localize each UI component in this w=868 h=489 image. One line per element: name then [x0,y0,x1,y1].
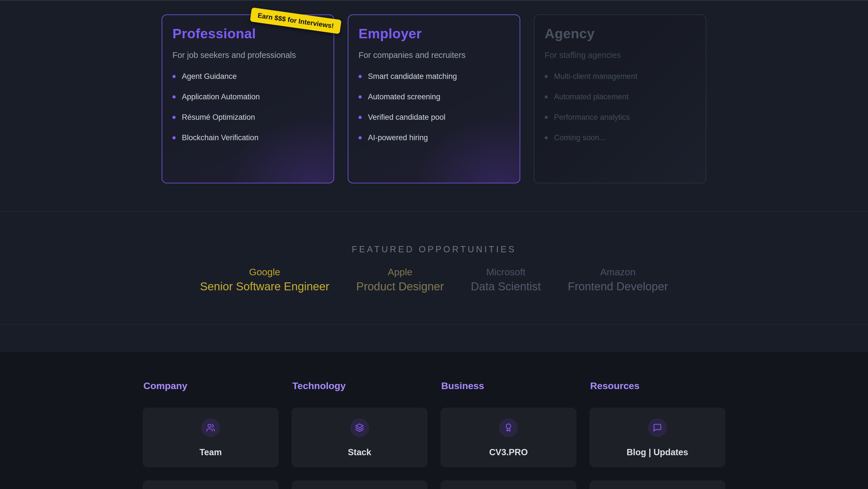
footer-card-partial[interactable] [292,481,428,489]
bullet-dot-icon [545,75,548,78]
footer-heading: Technology [292,380,428,392]
job-title: Product Designer [356,278,444,295]
plan-feature: Multi-client management [545,66,695,87]
job-company: Google [200,266,329,278]
bullet-dot-icon [359,75,362,78]
plan-feature: Résumé Optimization [173,107,323,127]
featured-job-apple[interactable]: Apple Product Designer [356,266,444,295]
footer-grid: Company Team Technology Stack [143,380,725,489]
plan-title: Agency [545,26,695,41]
message-square-icon [648,418,667,437]
job-title: Frontend Developer [568,278,668,295]
plan-feature: Performance analytics [545,107,695,127]
plan-subtitle: For staffing agencies [545,51,695,60]
featured-jobs-row: Google Senior Software Engineer Apple Pr… [0,266,868,295]
featured-job-google[interactable]: Google Senior Software Engineer [200,266,329,295]
footer-heading: Company [144,380,279,392]
plan-feature: Agent Guidance [173,66,323,87]
featured-job-amazon[interactable]: Amazon Frontend Developer [568,266,668,295]
plan-feature: AI-powered hiring [359,127,509,148]
footer-col-technology: Technology Stack [292,380,428,489]
plan-feature-list: Agent Guidance Application Automation Ré… [173,66,323,148]
bullet-dot-icon [173,95,176,98]
featured-job-microsoft[interactable]: Microsoft Data Scientist [471,266,541,295]
plans-section: Professional For job seekers and profess… [0,0,868,211]
bullet-dot-icon [545,116,548,119]
plan-feature: Smart candidate matching [359,66,509,87]
bullet-dot-icon [359,136,362,139]
award-icon [499,418,518,437]
plan-subtitle: For job seekers and professionals [173,51,323,60]
bullet-dot-icon [173,116,176,119]
footer-heading: Resources [590,380,725,392]
footer-col-company: Company Team [143,380,279,489]
footer-card-partial[interactable] [590,481,725,489]
footer-card-label: Stack [292,447,427,458]
plan-card-employer[interactable]: Employer For companies and recruiters Sm… [348,15,520,183]
footer-heading: Business [441,380,577,392]
footer-card-partial[interactable] [441,481,577,489]
footer-card-label: Team [143,447,278,458]
footer-card-cv3pro[interactable]: CV3.PRO [441,408,577,467]
featured-opportunities-section: FEATURED OPPORTUNITIES Google Senior Sof… [0,211,868,324]
bullet-dot-icon [359,116,362,119]
plan-feature-list: Smart candidate matching Automated scree… [359,66,509,148]
footer: Company Team Technology Stack [0,352,868,489]
plan-feature: Blockchain Verification [173,127,323,148]
plan-feature: Verified candidate pool [359,107,509,127]
bullet-dot-icon [173,136,176,139]
footer-col-business: Business CV3.PRO [441,380,577,489]
plan-card-agency: Agency For staffing agencies Multi-clien… [534,15,706,183]
bullet-dot-icon [545,95,548,98]
footer-card-team[interactable]: Team [143,408,279,467]
layers-icon [350,418,369,437]
plan-subtitle: For companies and recruiters [359,51,509,60]
job-company: Apple [356,266,444,278]
plan-feature-list: Multi-client management Automated placem… [545,66,695,148]
plan-feature: Coming soon... [545,127,695,148]
plan-card-professional[interactable]: Professional For job seekers and profess… [162,15,334,183]
footer-card-label: Blog | Updates [590,447,725,458]
featured-heading: FEATURED OPPORTUNITIES [0,244,868,255]
job-company: Amazon [568,266,668,278]
footer-card-partial[interactable] [143,481,279,489]
users-icon [202,418,220,437]
footer-card-stack[interactable]: Stack [292,408,428,467]
footer-col-resources: Resources Blog | Updates [590,380,725,489]
bullet-dot-icon [173,75,176,78]
plan-feature: Application Automation [173,87,323,107]
footer-card-label: CV3.PRO [441,447,576,458]
bullet-dot-icon [545,136,548,139]
job-title: Data Scientist [471,278,541,295]
bullet-dot-icon [359,95,362,98]
job-company: Microsoft [471,266,541,278]
plan-feature: Automated placement [545,87,695,107]
plan-title: Employer [359,26,509,41]
plan-feature: Automated screening [359,87,509,107]
plan-cards-row: Professional For job seekers and profess… [162,15,706,183]
job-title: Senior Software Engineer [200,278,329,295]
footer-card-blog[interactable]: Blog | Updates [590,408,725,467]
